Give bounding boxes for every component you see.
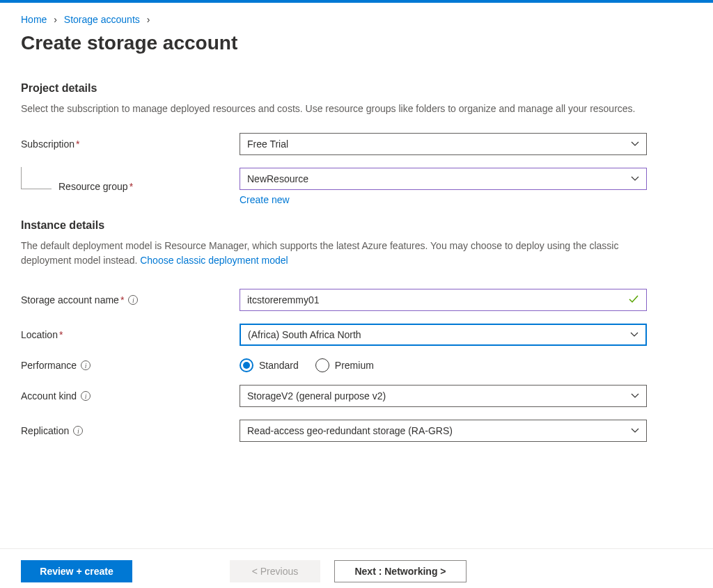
- resource-group-value: NewResource: [247, 173, 308, 184]
- info-icon[interactable]: i: [73, 426, 83, 436]
- chevron-right-icon: ›: [147, 14, 150, 25]
- chevron-down-icon: [631, 392, 639, 400]
- indent-connector: [21, 167, 52, 189]
- next-button[interactable]: Next : Networking >: [334, 560, 467, 582]
- performance-label: Performance i: [21, 360, 240, 371]
- performance-standard-radio[interactable]: Standard: [240, 358, 299, 372]
- radio-selected-icon: [240, 358, 253, 372]
- storage-account-name-input[interactable]: itcstoreremmy01: [240, 289, 647, 311]
- radio-unselected-icon: [315, 358, 329, 372]
- page-title: Create storage account: [21, 32, 692, 54]
- performance-standard-label: Standard: [259, 360, 299, 371]
- account-kind-select[interactable]: StorageV2 (general purpose v2): [240, 385, 647, 407]
- replication-label: Replication i: [21, 425, 240, 436]
- info-icon[interactable]: i: [81, 360, 91, 370]
- project-details-heading: Project details: [21, 82, 692, 95]
- subscription-select[interactable]: Free Trial: [240, 133, 647, 155]
- account-kind-label: Account kind i: [21, 390, 240, 402]
- subscription-value: Free Trial: [247, 138, 288, 150]
- breadcrumb-storage-accounts[interactable]: Storage accounts: [64, 14, 140, 25]
- chevron-down-icon: [631, 427, 639, 435]
- performance-premium-label: Premium: [335, 360, 374, 371]
- performance-premium-radio[interactable]: Premium: [315, 358, 374, 372]
- chevron-down-icon: [630, 331, 638, 339]
- breadcrumb-home[interactable]: Home: [21, 14, 47, 25]
- subscription-label: Subscription*: [21, 138, 240, 150]
- chevron-down-icon: [631, 175, 639, 183]
- info-icon[interactable]: i: [128, 295, 138, 305]
- project-details-description: Select the subscription to manage deploy…: [21, 102, 661, 116]
- choose-classic-link[interactable]: Choose classic deployment model: [140, 255, 288, 266]
- previous-button[interactable]: < Previous: [230, 560, 320, 582]
- account-kind-value: StorageV2 (general purpose v2): [247, 390, 386, 402]
- footer-bar: Review + create < Previous Next : Networ…: [0, 548, 713, 588]
- resource-group-select[interactable]: NewResource: [240, 168, 647, 190]
- storage-account-name-value: itcstoreremmy01: [247, 294, 319, 305]
- storage-account-name-label: Storage account name* i: [21, 294, 240, 305]
- location-value: (Africa) South Africa North: [248, 329, 361, 340]
- resource-group-label: Resource group*: [58, 181, 133, 192]
- breadcrumb: Home › Storage accounts ›: [21, 14, 692, 25]
- info-icon[interactable]: i: [81, 391, 91, 401]
- create-new-link[interactable]: Create new: [240, 194, 647, 205]
- replication-value: Read-access geo-redundant storage (RA-GR…: [247, 425, 453, 436]
- location-select[interactable]: (Africa) South Africa North: [240, 324, 647, 346]
- chevron-right-icon: ›: [54, 14, 57, 25]
- checkmark-icon: [628, 294, 639, 307]
- instance-details-description: The default deployment model is Resource…: [21, 239, 661, 268]
- chevron-down-icon: [631, 140, 639, 148]
- review-create-button[interactable]: Review + create: [21, 560, 132, 582]
- replication-select[interactable]: Read-access geo-redundant storage (RA-GR…: [240, 420, 647, 442]
- location-label: Location*: [21, 329, 240, 340]
- instance-details-heading: Instance details: [21, 219, 692, 232]
